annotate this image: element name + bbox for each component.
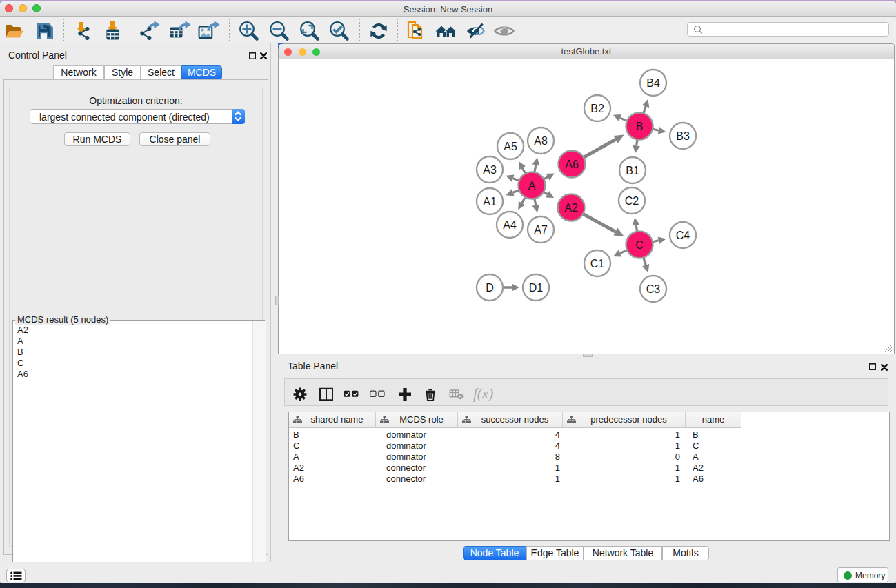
svg-text:B1: B1 [626,165,639,176]
svg-text:A6: A6 [565,159,579,170]
svg-text:B2: B2 [590,103,604,114]
svg-text:C3: C3 [646,283,661,295]
svg-text:B: B [636,121,644,132]
svg-text:D1: D1 [529,282,544,294]
svg-text:A7: A7 [534,224,548,236]
svg-text:A2: A2 [564,202,578,214]
svg-text:B4: B4 [646,77,660,89]
svg-text:A: A [528,180,536,192]
svg-text:A5: A5 [504,141,517,152]
svg-text:A8: A8 [534,135,548,147]
svg-text:C4: C4 [676,230,690,241]
svg-text:A3: A3 [483,164,497,176]
svg-text:C1: C1 [590,258,605,270]
svg-text:A4: A4 [503,219,517,231]
svg-text:B3: B3 [676,130,690,142]
svg-text:C2: C2 [625,195,639,207]
svg-text:C: C [635,239,644,251]
svg-text:D: D [486,282,494,294]
svg-text:A1: A1 [483,196,497,207]
